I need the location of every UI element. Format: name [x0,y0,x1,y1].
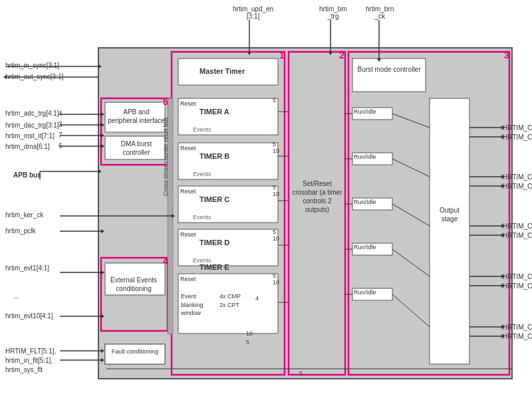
svg-marker-48 [101,270,104,274]
svg-marker-42 [98,169,102,173]
svg-text:5: 5 [299,370,303,377]
signal-HRTIM-CHB2: HRTIM_CHB2 [503,183,532,190]
signal-hrtim-adc-trg: hrtim_adc_trg[4:1] [5,110,59,117]
signal-hrtim-in-sync: hrtim_in_sync[3:1] [5,62,59,69]
run-idle-1: Run/Idle [354,108,376,115]
burst-mode-label: Burst mode controller [355,65,423,74]
signal-HRTIM-CHA1: HRTIM_CHA1 [503,124,532,132]
signal-hrtim-brn-ck: hrtim_brn_ck [366,5,394,20]
timer-e-cmp: 4x CMP2x CPT [219,292,241,309]
timer-a-events: Events [193,126,211,133]
signal-HRTIM-CHC2: HRTIM_CHC2 [503,232,532,239]
setresetcrossbar-label: Set/Reset crossbar (a timer controls 2 o… [290,179,344,214]
run-idle-3: Run/Idle [354,199,376,205]
timer-e-blanking: Eventblankingwindow [181,292,203,318]
svg-text:10: 10 [246,330,253,337]
timer-e-label: TIMER E [200,263,229,271]
master-timer-label: Master Timer [200,67,245,75]
timer-d-label: TIMER D [200,239,229,246]
dma-label: DMA burst controller [108,140,165,157]
signal-hrtim-evt1: hrtim_evt1[4:1] [5,264,49,272]
svg-marker-46 [101,229,104,233]
svg-text:5: 5 [246,339,249,345]
timer-d-reset: Reset [180,231,196,238]
svg-text:4: 4 [255,295,259,302]
svg-text:10: 10 [273,191,279,197]
svg-marker-38 [101,144,104,148]
timer-c-label: TIMER C [200,195,229,203]
svg-marker-56 [247,52,251,55]
signal-hrtim-upd-en: hrtim_upd_en[3:1] [233,5,273,20]
svg-line-91 [392,114,430,128]
svg-marker-58 [329,52,332,55]
signal-apb-bus: APB bus [13,171,41,179]
svg-text:10: 10 [273,235,279,242]
signal-hrtim-bm-trg: hrtim_bm_trg [319,5,347,20]
svg-marker-50 [101,314,104,318]
badge-3: 3 [504,50,509,60]
signal-HRTIM-CHE2: HRTIM_CHE2 [503,333,532,340]
badge-5: 5 [163,96,168,107]
timer-b-events: Events [193,171,211,177]
signal-HRTIM-CHA2: HRTIM_CHA2 [503,134,532,141]
svg-line-93 [392,204,430,226]
svg-marker-32 [101,123,104,127]
diagram-container: 4 3 7 6 [0,0,532,394]
svg-text:7: 7 [59,132,63,139]
signal-hrtim-out-sync: hrtim_out_sync[3:1] [5,73,63,80]
svg-marker-52 [101,349,104,353]
signal-hrtim-evt10: hrtim_evt10[4:1] [5,312,53,320]
signal-hrtim-in-flt: hrtim_in_flt[5:1], [5,357,53,364]
fault-label: Fault conditioning [106,348,164,355]
timer-c-events: Events [193,214,211,221]
svg-marker-60 [377,58,381,62]
output-stage-label: Output stage [431,206,468,223]
svg-marker-54 [101,358,104,362]
badge-4: 4 [163,256,168,266]
signal-hrtim-pclk: hrtim_pclk [5,227,36,235]
timer-a-label: TIMER A [200,108,229,116]
ext-events-label: External Events conditioning [104,276,164,293]
svg-marker-29 [101,112,104,116]
signal-hrtim-sys-flt: hrtim_sys_flt [5,366,43,373]
signal-HRTIM-CHB1: HRTIM_CHB1 [503,173,532,181]
timer-a-reset: Reset [180,100,196,107]
signal-HRTIM-FLT: HRTIM_FLT[5:1], [5,347,56,355]
apb-label: APB and peripheral interface [108,108,165,125]
signal-hrtim-ker-ck: hrtim_ker_ck [5,211,43,219]
svg-text:5: 5 [273,141,276,148]
svg-line-95 [392,294,430,327]
svg-rect-4 [101,258,168,331]
signal-HRTIM-CHD2: HRTIM_CHD2 [503,282,532,290]
badge-2: 2 [339,50,344,60]
svg-rect-12 [352,58,426,92]
svg-rect-3 [348,52,509,375]
signal-HRTIM-CHD1: HRTIM_CHD1 [503,273,532,280]
svg-text:10: 10 [273,279,279,286]
svg-rect-13 [430,98,469,364]
svg-text:5: 5 [273,97,276,104]
timer-b-reset: Reset [180,145,196,151]
svg-text:5: 5 [273,229,276,235]
svg-line-94 [392,249,430,276]
cross-timer-label: Cross-timer counter reset bus [162,117,169,196]
svg-marker-35 [101,134,104,138]
svg-text:10: 10 [273,148,279,154]
run-idle-4: Run/Idle [354,244,376,250]
run-idle-5: Run/Idle [354,289,376,296]
signal-HRTIM-CHC1: HRTIM_CHC1 [503,223,532,230]
signal-hrtim-mst-it: hrtim_mst_it[7:1] [5,132,55,140]
signal-HRTIM-CHE1: HRTIM_CHE1 [503,324,532,331]
timer-c-reset: Reset [180,188,196,195]
signal-hrtim-dma: hrtim_dma[6:1] [5,143,50,150]
badge-1: 1 [279,50,285,60]
run-idle-2: Run/Idle [354,153,376,160]
timer-e-reset: Reset [180,276,196,282]
timer-b-label: TIMER B [200,152,229,160]
svg-text:5: 5 [273,272,276,279]
svg-marker-44 [172,214,175,218]
svg-line-92 [392,159,430,177]
svg-text:6: 6 [59,142,63,149]
connectors-svg: 4 3 7 6 [0,0,532,394]
signal-dots: ... [13,292,19,300]
